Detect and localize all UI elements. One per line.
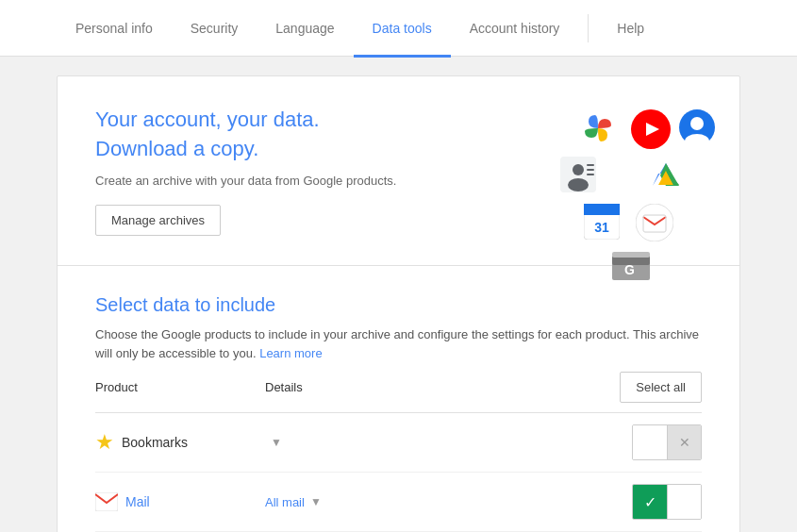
google-account-icon — [679, 109, 715, 148]
svg-text:G: G — [624, 262, 635, 277]
google-shopping-icon: G — [607, 244, 655, 285]
table-row: Mail All mail ▼ ✓ — [95, 473, 702, 532]
hero-section: Your account, your data. Download a copy… — [58, 76, 739, 266]
select-all-button[interactable]: Select all — [620, 372, 702, 403]
bookmarks-dropdown[interactable]: ▼ — [271, 436, 282, 449]
mail-icon — [95, 490, 118, 513]
svg-rect-9 — [587, 164, 594, 166]
mail-checkbox: ✓ — [632, 484, 702, 520]
nav-data-tools[interactable]: Data tools — [354, 1, 451, 58]
contacts-icon — [560, 157, 596, 195]
mail-controls: ✓ — [579, 484, 702, 520]
google-drive-icon — [645, 154, 687, 198]
google-calendar-icon: 31 — [584, 204, 620, 242]
manage-archives-button[interactable]: Manage archives — [95, 205, 221, 236]
bookmarks-controls: ✕ — [579, 424, 702, 460]
mail-dropdown[interactable]: ▼ — [310, 495, 322, 508]
table-row: ★ Bookmarks ▼ ✕ — [95, 413, 702, 473]
nav-help[interactable]: Help — [598, 1, 663, 58]
bookmarks-details: ▼ — [265, 436, 579, 449]
svg-point-7 — [573, 164, 584, 175]
hero-description: Create an archive with your data from Go… — [95, 174, 396, 188]
nav-language[interactable]: Language — [257, 1, 353, 58]
col-action-header: Select all — [579, 372, 702, 403]
hero-text: Your account, your data. Download a copy… — [95, 106, 396, 236]
youtube-icon — [631, 109, 671, 152]
top-navigation: Personal info Security Language Data too… — [0, 0, 797, 57]
mail-check[interactable]: ✓ — [633, 485, 667, 519]
product-mail: Mail — [95, 490, 265, 513]
product-icons-cluster: 31 — [551, 105, 702, 237]
nav-personal-info[interactable]: Personal info — [57, 1, 172, 58]
main-card: Your account, your data. Download a copy… — [57, 75, 740, 532]
product-bookmarks: ★ Bookmarks — [95, 430, 265, 455]
select-data-title: Select data to include — [95, 294, 702, 316]
svg-rect-11 — [587, 174, 594, 175]
nav-account-history[interactable]: Account history — [451, 1, 579, 58]
table-header: Product Details Select all — [95, 362, 702, 413]
col-product-header: Product — [95, 380, 265, 394]
select-data-section: Select data to include Choose the Google… — [58, 266, 739, 532]
col-details-header: Details — [265, 380, 579, 394]
bookmarks-check[interactable] — [633, 425, 667, 459]
bookmarks-checkbox: ✕ — [632, 424, 702, 460]
gmail-icon — [636, 204, 673, 244]
main-content: Your account, your data. Download a copy… — [0, 57, 797, 532]
google-photos-icon — [579, 109, 617, 150]
learn-more-link[interactable]: Learn more — [259, 346, 322, 360]
svg-rect-21 — [584, 204, 620, 208]
bookmarks-icon: ★ — [95, 430, 114, 455]
svg-point-4 — [690, 117, 704, 130]
svg-rect-28 — [612, 252, 650, 258]
mail-details: All mail ▼ — [265, 495, 579, 509]
svg-point-8 — [568, 178, 589, 191]
select-data-description: Choose the Google products to include in… — [95, 325, 702, 362]
nav-security[interactable]: Security — [172, 1, 257, 58]
nav-divider — [588, 14, 589, 42]
bookmarks-x[interactable]: ✕ — [667, 425, 701, 459]
svg-text:31: 31 — [594, 220, 609, 235]
svg-rect-10 — [587, 169, 594, 171]
mail-x[interactable] — [667, 485, 701, 519]
hero-title: Your account, your data. Download a copy… — [95, 106, 396, 164]
